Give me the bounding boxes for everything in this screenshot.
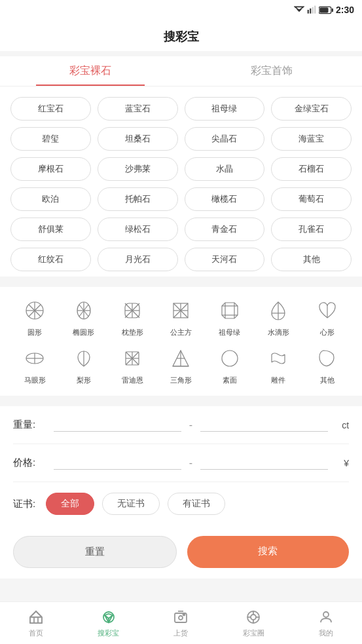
gem-tag[interactable]: 尖晶石 <box>185 127 265 151</box>
shape-marquise[interactable]: 马眼形 <box>10 345 59 385</box>
gem-tag[interactable]: 绿松石 <box>98 218 178 241</box>
gem-tag[interactable]: 海蓝宝 <box>271 127 352 151</box>
gem-tag[interactable]: 天河石 <box>185 248 265 271</box>
price-unit: ¥ <box>336 458 349 468</box>
weight-unit: ct <box>336 420 349 430</box>
shape-other[interactable]: 其他 <box>303 345 352 385</box>
shapes-grid: 圆形 椭圆形 枕垫形 公主方 祖母绿 <box>10 297 352 385</box>
shape-carving[interactable]: 雕件 <box>254 345 302 385</box>
shape-oval[interactable]: 椭圆形 <box>59 297 107 337</box>
svg-point-50 <box>222 350 238 366</box>
search-button[interactable]: 搜索 <box>187 536 350 568</box>
shape-teardrop[interactable]: 水滴形 <box>254 297 302 337</box>
tabbar-item-upload[interactable]: 上货 <box>145 602 217 644</box>
gem-tag[interactable]: 孔雀石 <box>271 218 352 241</box>
tab-bar: 首页 搜彩宝 上货 <box>0 601 362 644</box>
triangle-icon <box>168 345 194 371</box>
price-dash: - <box>189 457 192 469</box>
shape-cushion[interactable]: 枕垫形 <box>108 297 156 337</box>
svg-rect-7 <box>332 8 333 12</box>
tabbar-item-search[interactable]: 搜彩宝 <box>73 602 145 644</box>
teardrop-icon <box>265 297 291 324</box>
shape-princess[interactable]: 公主方 <box>156 297 205 337</box>
gem-tag[interactable]: 葡萄石 <box>271 187 352 211</box>
gem-tag[interactable]: 坦桑石 <box>98 127 178 151</box>
bottom-buttons: 重置 搜索 <box>0 525 362 578</box>
price-min-input[interactable] <box>54 456 181 470</box>
svg-marker-1 <box>295 7 303 10</box>
shape-round[interactable]: 圆形 <box>10 297 59 337</box>
shape-cabochon[interactable]: 素面 <box>206 345 254 385</box>
pear-icon <box>71 345 97 371</box>
tabbar-item-mine[interactable]: 我的 <box>289 602 362 644</box>
gem-tag[interactable]: 舒俱莱 <box>10 218 91 241</box>
gem-tags-grid: 红宝石 蓝宝石 祖母绿 金绿宝石 碧玺 坦桑石 尖晶石 海蓝宝 摩根石 沙弗莱 … <box>0 86 362 276</box>
svg-marker-29 <box>222 303 238 318</box>
price-max-input[interactable] <box>200 456 328 470</box>
svg-rect-2 <box>308 10 309 14</box>
gem-tag[interactable]: 碧玺 <box>10 127 91 151</box>
cert-label: 证书: <box>13 498 46 510</box>
price-filter-row: 价格: - ¥ <box>13 444 349 482</box>
cert-all-button[interactable]: 全部 <box>46 493 94 515</box>
reset-button[interactable]: 重置 <box>13 536 177 568</box>
shape-emerald-cut[interactable]: 祖母绿 <box>206 297 254 337</box>
gem-tag[interactable]: 月光石 <box>98 248 178 271</box>
shape-section: 圆形 椭圆形 枕垫形 公主方 祖母绿 <box>0 287 362 396</box>
gem-tag[interactable]: 摩根石 <box>10 157 91 181</box>
tab-loose-stone[interactable]: 彩宝裸石 <box>0 56 181 86</box>
gem-tag[interactable]: 祖母绿 <box>185 97 265 121</box>
gem-tag[interactable]: 青金石 <box>185 218 265 241</box>
cert-has-button[interactable]: 有证书 <box>168 493 225 515</box>
svg-rect-51 <box>30 617 42 623</box>
shape-heart[interactable]: 心形 <box>303 297 352 337</box>
gem-tag[interactable]: 红纹石 <box>10 248 91 271</box>
heart-icon <box>314 297 340 324</box>
weight-max-input[interactable] <box>200 418 328 432</box>
divider <box>0 282 362 287</box>
gem-tag[interactable]: 橄榄石 <box>185 187 265 211</box>
gem-tag[interactable]: 金绿宝石 <box>271 97 352 121</box>
gem-tag[interactable]: 石榴石 <box>271 157 352 181</box>
marquise-icon <box>22 345 48 371</box>
gem-tag[interactable]: 托帕石 <box>98 187 178 211</box>
radiant-icon <box>119 345 145 371</box>
shape-triangle[interactable]: 三角形 <box>156 345 205 385</box>
tabbar-label-upload: 上货 <box>173 628 188 638</box>
tabbar-item-home[interactable]: 首页 <box>0 602 73 644</box>
cabochon-icon <box>217 345 243 371</box>
tab-jewelry[interactable]: 彩宝首饰 <box>181 56 363 86</box>
tabbar-item-circle[interactable]: 彩宝圈 <box>217 602 290 644</box>
tabbar-label-search: 搜彩宝 <box>98 628 119 638</box>
circle-icon <box>245 609 262 626</box>
status-time: 2:30 <box>336 5 354 15</box>
gem-tag[interactable]: 蓝宝石 <box>98 97 178 121</box>
status-bar: 2:30 <box>0 0 362 20</box>
status-icons: 2:30 <box>294 5 354 15</box>
gem-tag[interactable]: 沙弗莱 <box>98 157 178 181</box>
certificate-filter-row: 证书: 全部 无证书 有证书 <box>13 482 349 525</box>
gem-tag[interactable]: 欧泊 <box>10 187 91 211</box>
other-shape-icon <box>314 345 340 371</box>
oval-icon <box>71 297 97 324</box>
cushion-icon <box>119 297 145 324</box>
main-tabs: 彩宝裸石 彩宝首饰 <box>0 56 362 86</box>
shape-radiant[interactable]: 雷迪恩 <box>108 345 156 385</box>
weight-filter-row: 重量: - ct <box>13 406 349 444</box>
princess-icon <box>168 297 194 324</box>
gem-tag[interactable]: 水晶 <box>185 157 265 181</box>
weight-label: 重量: <box>13 419 46 431</box>
gem-tag[interactable]: 红宝石 <box>10 97 91 121</box>
svg-rect-5 <box>314 6 316 14</box>
price-label: 价格: <box>13 457 46 469</box>
cert-buttons: 全部 无证书 有证书 <box>46 493 225 515</box>
page-header: 搜彩宝 <box>0 20 362 51</box>
weight-dash: - <box>189 419 192 431</box>
gem-tag[interactable]: 其他 <box>271 248 352 271</box>
svg-rect-8 <box>319 7 328 12</box>
cert-none-button[interactable]: 无证书 <box>102 493 160 515</box>
svg-point-58 <box>251 615 256 620</box>
weight-min-input[interactable] <box>54 418 181 432</box>
shape-pear[interactable]: 梨形 <box>59 345 107 385</box>
search-gem-icon <box>100 609 117 626</box>
